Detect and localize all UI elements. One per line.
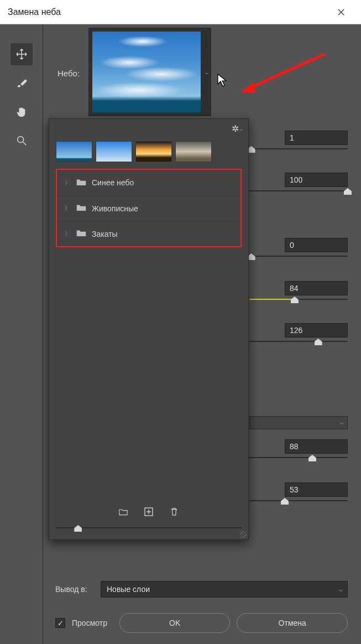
param-5-slider[interactable]	[249, 337, 348, 346]
output-select-value: Новые слои	[107, 585, 150, 594]
sky-replacement-dialog: Замена неба Небо:	[0, 0, 361, 644]
dialog-body: Небо: ⌵	[0, 24, 361, 644]
folder-label: Синее небо	[92, 178, 134, 187]
ok-button[interactable]: OK	[119, 613, 231, 633]
chevron-right-icon: 〉	[65, 204, 71, 212]
output-select[interactable]: Новые слои	[101, 581, 348, 598]
param-7-slider[interactable]	[249, 497, 348, 506]
chevron-down-icon: ⌵	[205, 69, 208, 75]
folder-sunsets[interactable]: 〉 Закаты	[57, 221, 240, 246]
cancel-button[interactable]: Отмена	[237, 613, 348, 633]
sky-preview	[92, 32, 201, 112]
folder-label: Закаты	[92, 230, 118, 238]
param-2-slider[interactable]	[249, 187, 348, 196]
param-dropdown[interactable]	[249, 416, 348, 429]
dialog-footer: ✓ Просмотр OK Отмена	[55, 612, 348, 634]
chevron-right-icon: 〉	[65, 179, 71, 187]
folder-picturesque[interactable]: 〉 Живописные	[57, 195, 240, 221]
move-tool[interactable]	[11, 43, 33, 65]
param-3-input[interactable]	[285, 238, 348, 252]
param-1-input[interactable]	[285, 131, 348, 145]
param-6-slider[interactable]	[249, 454, 348, 463]
output-label: Вывод в:	[55, 585, 95, 594]
output-row: Вывод в: Новые слои	[55, 581, 348, 598]
param-5-input[interactable]	[285, 323, 348, 337]
popover-footer	[49, 502, 248, 523]
zoom-tool[interactable]	[11, 129, 33, 152]
brush-tool[interactable]	[11, 72, 33, 94]
sky-thumb-4[interactable]	[175, 141, 212, 162]
sky-picker-popover: ✲ 〉 Синее небо 〉 Живоп	[49, 118, 249, 540]
sky-preview-dropdown[interactable]: ⌵	[88, 28, 211, 116]
param-2	[285, 173, 348, 187]
param-7	[285, 482, 348, 497]
param-3	[285, 238, 348, 252]
preview-checkbox[interactable]: ✓	[55, 618, 65, 628]
delete-icon[interactable]	[170, 507, 179, 518]
param-3-slider[interactable]	[249, 252, 348, 261]
sky-thumb-3[interactable]	[135, 141, 172, 162]
param-5	[285, 323, 348, 337]
sky-thumb-2[interactable]	[96, 141, 132, 162]
svg-point-0	[17, 137, 23, 143]
param-7-input[interactable]	[285, 482, 348, 497]
sky-label: Небо:	[57, 69, 80, 78]
param-2-input[interactable]	[285, 173, 348, 187]
window-title: Замена неба	[8, 7, 329, 17]
new-preset-icon[interactable]	[144, 507, 153, 518]
sky-thumbnails	[56, 141, 212, 162]
sky-folder-list: 〉 Синее небо 〉 Живописные 〉 Закаты	[56, 169, 242, 247]
param-4	[285, 281, 348, 295]
param-4-input[interactable]	[285, 281, 348, 295]
param-1	[285, 131, 348, 145]
folder-icon	[76, 178, 86, 188]
param-6-input[interactable]	[285, 439, 348, 454]
mouse-cursor-icon	[217, 73, 228, 87]
title-bar: Замена неба	[0, 0, 361, 24]
gear-icon[interactable]: ✲	[232, 123, 243, 134]
new-folder-icon[interactable]	[119, 507, 128, 518]
folder-icon	[76, 229, 86, 238]
param-4-slider[interactable]	[249, 295, 348, 304]
folder-icon	[76, 204, 86, 213]
folder-label: Живописные	[92, 204, 138, 213]
annotation-arrow-icon	[231, 49, 331, 98]
main-panel: Небо: ⌵	[43, 24, 361, 644]
hand-tool[interactable]	[11, 101, 33, 123]
chevron-right-icon: 〉	[65, 230, 71, 238]
folder-blue-sky[interactable]: 〉 Синее небо	[57, 170, 240, 195]
param-1-slider[interactable]	[249, 145, 348, 154]
resize-grip-icon[interactable]	[240, 531, 247, 538]
close-button[interactable]	[329, 8, 353, 16]
preview-label: Просмотр	[72, 619, 107, 627]
tool-column	[0, 24, 43, 644]
sky-thumb-1[interactable]	[56, 141, 92, 162]
param-6	[285, 439, 348, 454]
popover-size-slider[interactable]	[56, 524, 242, 532]
